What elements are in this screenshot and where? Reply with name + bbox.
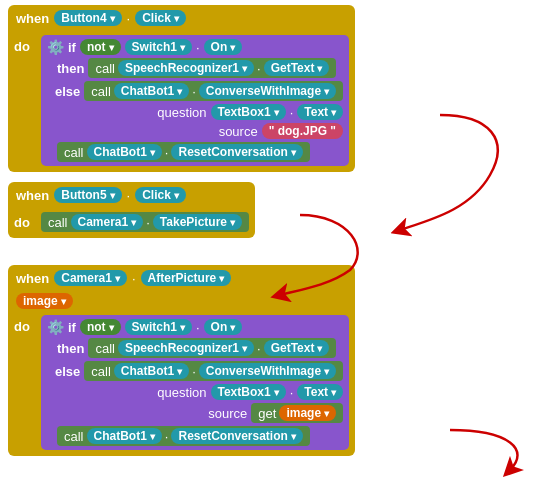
dot-s3-5: · [290, 385, 294, 400]
then-label-3: then [57, 341, 84, 356]
call-speech-3: call SpeechRecognizer1 · GetText [88, 338, 336, 358]
not-pill-3[interactable]: not [80, 319, 121, 335]
do-label-1: do [14, 35, 36, 54]
else-section-1: else call ChatBot1 · ConverseWithImage q… [47, 81, 343, 162]
question-label-1: question [157, 105, 206, 120]
do-wrapper-1: do ⚙️ if not Switch1 · On then call Spee… [8, 31, 355, 172]
dot-s3-2: · [196, 320, 200, 335]
if-block-3: ⚙️ if not Switch1 · On then call SpeechR… [41, 315, 349, 450]
if-label-3: if [68, 320, 76, 335]
on-pill-3[interactable]: On [204, 319, 243, 335]
call-label-1: call [95, 61, 115, 76]
image-param-row: image [8, 291, 355, 311]
else-call-1: else call ChatBot1 · ConverseWithImage [47, 81, 343, 101]
else-label-1: else [55, 84, 80, 99]
call-reset-3: call ChatBot1 · ResetConversation [57, 426, 310, 446]
question-row-3: question TextBox1 · Text [47, 384, 343, 400]
not-pill-1[interactable]: not [80, 39, 121, 55]
do-label-3: do [14, 315, 36, 334]
do-wrapper-3: do ⚙️ if not Switch1 · On then call Spee… [8, 311, 355, 456]
when-row-1: when Button4 · Click [8, 5, 355, 31]
switch1-pill-1[interactable]: Switch1 [125, 39, 192, 55]
section2: when Button5 · Click do call Camera1 · T… [8, 182, 255, 238]
text-pill-1[interactable]: Text [297, 104, 343, 120]
call-label-3: call [64, 145, 84, 160]
camera1-pill[interactable]: Camera1 [71, 214, 144, 230]
dot-s3-4: · [192, 364, 196, 379]
source-row-1: source " dog.JPG " [47, 123, 343, 139]
get-image-row: get image [251, 403, 343, 423]
button5-pill[interactable]: Button5 [54, 187, 121, 203]
call-camera-row: call Camera1 · TakePicture [41, 212, 249, 232]
when-label-2: when [16, 188, 49, 203]
converse-pill-3[interactable]: ConverseWithImage [199, 363, 336, 379]
gear-3: ⚙️ [47, 319, 64, 335]
else-call-3: else call ChatBot1 · ConverseWithImage [47, 361, 343, 381]
reset-row-1: call ChatBot1 · ResetConversation [57, 142, 343, 162]
take-picture-pill[interactable]: TakePicture [153, 214, 242, 230]
when-label-1: when [16, 11, 49, 26]
when-row-2: when Button5 · Click [8, 182, 255, 208]
converse-pill-1[interactable]: ConverseWithImage [199, 83, 336, 99]
after-picture-pill[interactable]: AfterPicture [141, 270, 232, 286]
chatbot-pill-3[interactable]: ChatBot1 [114, 363, 189, 379]
else-label-3: else [55, 364, 80, 379]
gettext-pill-1[interactable]: GetText [264, 60, 330, 76]
when-row-3: when Camera1 · AfterPicture [8, 265, 355, 291]
chatbot-pill-1[interactable]: ChatBot1 [114, 83, 189, 99]
dot-2: · [196, 40, 200, 55]
on-pill-1[interactable]: On [204, 39, 243, 55]
dot-6: · [165, 145, 169, 160]
text-pill-3[interactable]: Text [297, 384, 343, 400]
click-pill-2[interactable]: Click [135, 187, 186, 203]
then-label-1: then [57, 61, 84, 76]
switch1-pill-3[interactable]: Switch1 [125, 319, 192, 335]
dot-s3-6: · [165, 429, 169, 444]
speech1-pill-1[interactable]: SpeechRecognizer1 [118, 60, 254, 76]
image-param-pill[interactable]: image [16, 293, 73, 309]
get-label-3: get [258, 406, 276, 421]
call-speech-1: call SpeechRecognizer1 · GetText [88, 58, 336, 78]
chatbot-reset-pill-1[interactable]: ChatBot1 [87, 144, 162, 160]
dog-jpg-pill-1[interactable]: " dog.JPG " [262, 123, 343, 139]
if-block-1: ⚙️ if not Switch1 · On then call SpeechR… [41, 35, 349, 166]
do-wrapper-2: do call Camera1 · TakePicture [8, 208, 255, 238]
call-reset-1: call ChatBot1 · ResetConversation [57, 142, 310, 162]
reset-pill-1[interactable]: ResetConversation [171, 144, 302, 160]
speech1-pill-3[interactable]: SpeechRecognizer1 [118, 340, 254, 356]
image-pill-3[interactable]: image [279, 405, 336, 421]
do-label-2: do [14, 215, 36, 230]
if-label-1: if [68, 40, 76, 55]
chatbot-reset-pill-3[interactable]: ChatBot1 [87, 428, 162, 444]
else-section-3: else call ChatBot1 · ConverseWithImage q… [47, 361, 343, 446]
gear-1: ⚙️ [47, 39, 64, 55]
then-section-1: then call SpeechRecognizer1 · GetText [57, 58, 343, 78]
question-label-3: question [157, 385, 206, 400]
textbox1-pill-3[interactable]: TextBox1 [211, 384, 286, 400]
call-label-s2: call [48, 215, 68, 230]
if-row-3: ⚙️ if not Switch1 · On [47, 319, 343, 335]
button4-pill[interactable]: Button4 [54, 10, 121, 26]
reset-pill-3[interactable]: ResetConversation [171, 428, 302, 444]
source-label-1: source [219, 124, 258, 139]
dot-4: · [192, 84, 196, 99]
dot-5: · [290, 105, 294, 120]
call-label-s3-3: call [64, 429, 84, 444]
dot-s2-1: · [127, 188, 131, 203]
gettext-pill-3[interactable]: GetText [264, 340, 330, 356]
section3: when Camera1 · AfterPicture image do ⚙️ … [8, 265, 355, 456]
call-chatbot-1: call ChatBot1 · ConverseWithImage [84, 81, 343, 101]
question-row-1: question TextBox1 · Text [47, 104, 343, 120]
source-row-3: source get image [47, 403, 343, 423]
section1: when Button4 · Click do ⚙️ if not Switch… [8, 5, 355, 172]
reset-row-3: call ChatBot1 · ResetConversation [57, 426, 343, 446]
textbox1-pill-1[interactable]: TextBox1 [211, 104, 286, 120]
call-label-2: call [91, 84, 111, 99]
call-chatbot-3: call ChatBot1 · ConverseWithImage [84, 361, 343, 381]
if-row-1: ⚙️ if not Switch1 · On [47, 39, 343, 55]
click-pill-1[interactable]: Click [135, 10, 186, 26]
call-label-s3-1: call [95, 341, 115, 356]
dot-s3-1: · [132, 271, 136, 286]
dot-s3-3: · [257, 341, 261, 356]
camera1-when-pill[interactable]: Camera1 [54, 270, 127, 286]
